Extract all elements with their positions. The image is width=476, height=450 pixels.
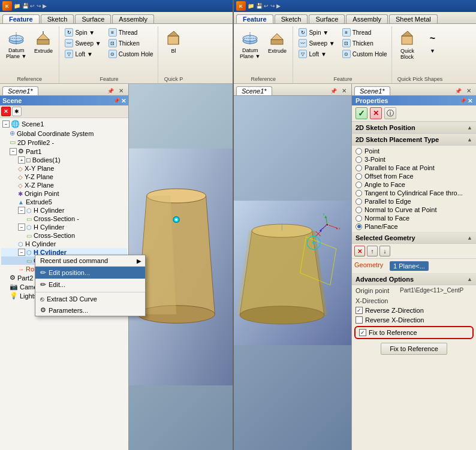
radio-3point[interactable]: 3-Point [354, 155, 474, 164]
tab-surface-right[interactable]: Surface [309, 14, 345, 23]
tree-expand-hcyl4[interactable]: − [18, 249, 25, 256]
props-options-btn[interactable]: ⓘ [384, 107, 396, 119]
tree-item-hcyl2[interactable]: − ⬡ H Cylinder [1, 223, 127, 231]
tree-item-xy-plane[interactable]: ◇ X-Y Plane [1, 164, 127, 173]
context-item-extract-3d[interactable]: ⎋ Extract 3D Curve [35, 294, 145, 304]
tree-expand-hcyl2[interactable]: − [18, 224, 25, 231]
extrude-btn-right[interactable]: Extrude [265, 28, 289, 55]
pin-props-title[interactable]: 📌 [460, 98, 466, 104]
radio-normal-face[interactable]: Normal to Face [354, 214, 474, 222]
tab-feature-right[interactable]: Feature [236, 14, 273, 23]
tree-expand-bodies[interactable]: + [18, 156, 25, 164]
fix-to-reference-btn[interactable]: Fix to Reference [381, 343, 447, 355]
close-props-title[interactable]: ✕ [468, 98, 472, 104]
radio-circle-tc [356, 190, 362, 197]
tab-sketch-left[interactable]: Sketch [41, 14, 74, 23]
tree-item-2dprofile[interactable]: ▭ 2D Profile2 - [1, 138, 127, 147]
coord-icon: ⊕ [10, 129, 15, 137]
tree-item-origin[interactable]: ✱ Origin Point [1, 189, 127, 198]
loft-btn-left[interactable]: ▽ Loft ▼ [63, 49, 103, 59]
radio-parallel-face-pt[interactable]: Parallel to Face at Point [354, 164, 474, 172]
radio-plane-face[interactable]: Plane/Face [354, 222, 474, 231]
quick-pick-dropdown-btn[interactable]: ~ ▼ [421, 28, 445, 55]
custom-hole-btn-right[interactable]: ⊙ Custom Hole [341, 49, 389, 59]
thread-btn-left[interactable]: ≡ Thread [107, 28, 155, 37]
radio-angle-face[interactable]: Angle to Face [354, 180, 474, 189]
props-cancel-btn[interactable]: ✕ [370, 107, 382, 119]
scene-tab-right[interactable]: Scene1* [236, 86, 272, 95]
tree-expand-scene1[interactable]: − [2, 120, 10, 128]
tab-assembly-right[interactable]: Assembly [346, 14, 388, 23]
sketch-position-section-header[interactable]: 2D Sketch Position ▲ [352, 122, 476, 134]
placement-type-section-header[interactable]: 2D Sketch Placement Type ▲ [352, 134, 476, 146]
right-viewport[interactable]: x y [234, 96, 351, 450]
tree-expand-part1[interactable]: − [10, 148, 17, 155]
scene-tab-row-right: Scene1* 📌 ✕ [234, 84, 351, 96]
selected-geometry-section-header[interactable]: Selected Geometry ▲ [352, 232, 476, 244]
tree-item-extrude5[interactable]: ▲ Extrude5 [1, 198, 127, 206]
thread-btn-right[interactable]: ≡ Thread [341, 28, 389, 37]
tree-item-cs1[interactable]: ▭ Cross-Section - [1, 215, 127, 223]
geom-remove-btn[interactable]: ✕ [354, 246, 365, 256]
loft-btn-right[interactable]: ▽ Loft ▼ [297, 49, 336, 59]
advanced-options-section-header[interactable]: Advanced Options ▲ [352, 273, 476, 285]
radio-parallel-edge[interactable]: Parallel to Edge [354, 197, 474, 206]
star-tree-btn[interactable]: ✱ [12, 107, 22, 116]
tree-item-part1[interactable]: − ⚙ Part1 [1, 147, 127, 156]
context-item-parameters[interactable]: ⚙ Parameters... [35, 304, 145, 316]
quick-block-btn-left[interactable]: Bl [162, 28, 186, 55]
tree-item-bodies[interactable]: + □ Bodies(1) [1, 156, 127, 164]
context-item-edit[interactable]: ✏ Edit... [35, 279, 145, 291]
radio-tangent-cyl[interactable]: Tangent to Cylindrical Face thro... [354, 189, 474, 197]
sweep-btn-left[interactable]: 〰 Sweep ▼ [63, 38, 103, 48]
datum-plane-btn-right[interactable]: DatumPlane ▼ [237, 28, 263, 61]
tree-item-yz-plane[interactable]: ◇ Y-Z Plane [1, 173, 127, 181]
props-tab[interactable]: Scene1* [354, 86, 390, 95]
quick-block-btn-right[interactable]: QuickBlock [396, 28, 420, 61]
context-item-recent[interactable]: Recent used command ▶ [35, 255, 145, 267]
geometry-value[interactable]: 1 Plane<... [390, 261, 429, 271]
pin-icon-scene[interactable]: 📌 [105, 87, 116, 95]
reverse-x-row[interactable]: Reverse X-Direction [352, 315, 476, 325]
geom-down-btn[interactable]: ↓ [379, 246, 390, 256]
context-item-edit-position[interactable]: ✏ Edit position... [35, 267, 145, 279]
close-scene-header[interactable]: ✕ [121, 98, 126, 104]
radio-point[interactable]: Point [354, 147, 474, 155]
close-icon-scene-right[interactable]: ✕ [339, 86, 349, 95]
sweep-btn-right[interactable]: 〰 Sweep ▼ [297, 38, 336, 48]
tree-item-hcyl1[interactable]: − ⬡ H Cylinder [1, 206, 127, 215]
thicken-btn-left[interactable]: ⊡ Thicken [107, 38, 155, 48]
fix-to-ref-row[interactable]: ✓ Fix to Reference [357, 328, 471, 337]
extrude-btn-left[interactable]: Extrude [31, 28, 55, 55]
tab-assembly-left[interactable]: Assembly [112, 14, 154, 23]
tree-item-cs2[interactable]: ▭ Cross-Section [1, 231, 127, 240]
spin-btn-right[interactable]: ↻ Spin ▼ [297, 28, 336, 37]
close-tree-btn[interactable]: ✕ [1, 107, 11, 116]
spin-btn-left[interactable]: ↻ Spin ▼ [63, 28, 103, 37]
custom-hole-btn-left[interactable]: ⊙ Custom Hole [107, 49, 155, 59]
app-logo-right: K [236, 1, 246, 11]
close-icon-scene[interactable]: ✕ [116, 86, 126, 95]
scene-tab[interactable]: Scene1* [2, 86, 38, 95]
radio-offset-face[interactable]: Offset from Face [354, 172, 474, 180]
radio-normal-curve-pt[interactable]: Normal to Curve at Point [354, 206, 474, 214]
props-ok-btn[interactable]: ✓ [356, 107, 367, 119]
pin-scene-header[interactable]: 📌 [113, 98, 120, 104]
reverse-z-row[interactable]: ✓ Reverse Z-Direction [352, 306, 476, 315]
pin-icon-scene-right[interactable]: 📌 [328, 87, 339, 95]
close-props[interactable]: ✕ [464, 86, 474, 95]
sel-geom-toolbar: ✕ ↑ ↓ [352, 244, 476, 259]
tab-feature-left[interactable]: Feature [2, 14, 40, 23]
geom-up-btn[interactable]: ↑ [367, 246, 378, 256]
tree-item-xz-plane[interactable]: ◇ X-Z Plane [1, 181, 127, 189]
tab-sketch-right[interactable]: Sketch [275, 14, 308, 23]
tree-expand-hcyl1[interactable]: − [18, 207, 25, 214]
datum-plane-btn-left[interactable]: DatumPlane ▼ [4, 28, 29, 61]
tree-item-scene1[interactable]: − 🌐 Scene1 [1, 119, 127, 129]
thicken-btn-right[interactable]: ⊡ Thicken [341, 38, 389, 48]
tab-surface-left[interactable]: Surface [75, 14, 111, 23]
tree-item-global-coord[interactable]: ⊕ Global Coordinate System [1, 129, 127, 138]
pin-props[interactable]: 📌 [453, 87, 464, 95]
tree-item-hcyl3[interactable]: ⬡ H Cylinder [1, 240, 127, 248]
tab-sheetmetal-right[interactable]: Sheet Metal [389, 14, 438, 23]
